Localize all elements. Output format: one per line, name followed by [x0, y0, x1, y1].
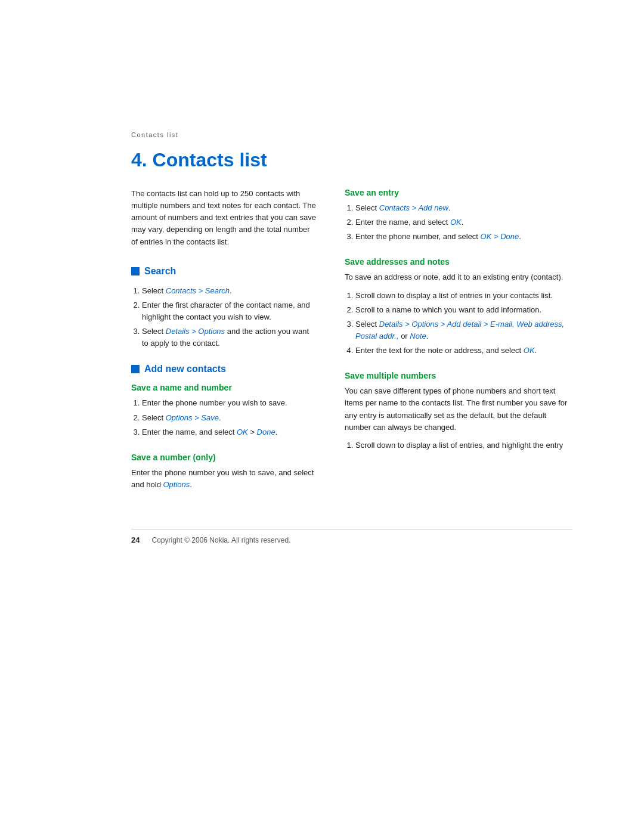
save-multiple-list: Scroll down to display a list of entries…: [355, 439, 572, 451]
list-item: Enter the first character of the contact…: [142, 299, 316, 323]
two-column-layout: The contacts list can hold up to 250 con…: [131, 188, 572, 505]
list-item: Select Details > Options and the action …: [142, 326, 316, 349]
search-section: Search Select Contacts > Search. Enter t…: [131, 266, 316, 350]
search-steps-list: Select Contacts > Search. Enter the firs…: [142, 285, 316, 350]
save-entry-block: Save an entry Select Contacts > Add new.…: [345, 188, 572, 243]
save-entry-list: Select Contacts > Add new. Enter the nam…: [355, 202, 572, 243]
ok-done-link: OK: [237, 428, 248, 436]
details-options-add-link: Details > Options > Add detail > E-mail,…: [355, 320, 564, 340]
list-item: Scroll down to display a list of entries…: [355, 439, 572, 451]
save-name-number-heading: Save a name and number: [131, 383, 316, 392]
search-heading-label: Search: [144, 266, 176, 277]
save-multiple-intro: You can save different types of phone nu…: [345, 385, 572, 433]
search-link-1: Contacts > Search: [166, 286, 230, 295]
page: Contacts list 4. Contacts list The conta…: [0, 0, 644, 833]
note-link: Note: [410, 332, 426, 340]
options-save-link: Options > Save: [166, 413, 219, 422]
save-addresses-intro: To save an address or note, add it to an…: [345, 271, 572, 283]
save-entry-heading: Save an entry: [345, 188, 572, 197]
list-item: Select Contacts > Add new.: [355, 202, 572, 214]
save-number-only-text: Enter the phone number you wish to save,…: [131, 467, 316, 491]
list-item: Select Options > Save.: [142, 412, 316, 424]
list-item: Enter the name, and select OK.: [355, 216, 572, 228]
list-item: Select Contacts > Search.: [142, 285, 316, 297]
intro-text: The contacts list can hold up to 250 con…: [131, 188, 316, 248]
save-name-number-list: Enter the phone number you wish to save.…: [142, 397, 316, 438]
search-heading: Search: [131, 266, 316, 277]
left-column: The contacts list can hold up to 250 con…: [131, 188, 316, 505]
ok-done-link-2: OK > Done: [481, 232, 519, 241]
save-number-only-block: Save a number (only) Enter the phone num…: [131, 453, 316, 491]
add-new-contacts-section: Add new contacts Save a name and number …: [131, 364, 316, 491]
page-title: 4. Contacts list: [131, 149, 572, 171]
save-multiple-block: Save multiple numbers You can save diffe…: [345, 371, 572, 451]
add-new-square-icon: [131, 365, 140, 373]
save-name-number-block: Save a name and number Enter the phone n…: [131, 383, 316, 438]
save-addresses-heading: Save addresses and notes: [345, 257, 572, 267]
contacts-add-new-link: Contacts > Add new: [379, 203, 448, 212]
add-new-contacts-heading: Add new contacts: [131, 364, 316, 374]
options-link: Options: [163, 480, 190, 489]
save-addresses-list: Scroll down to display a list of entries…: [355, 290, 572, 357]
list-item: Enter the name, and select OK > Done.: [142, 426, 316, 438]
list-item: Enter the phone number, and select OK > …: [355, 231, 572, 243]
search-link-3: Details > Options: [166, 327, 225, 336]
list-item: Scroll down to display a list of entries…: [355, 290, 572, 302]
right-column: Save an entry Select Contacts > Add new.…: [345, 188, 572, 505]
footer-page-number: 24: [131, 535, 140, 544]
save-number-only-heading: Save a number (only): [131, 453, 316, 462]
search-square-icon: [131, 267, 140, 275]
list-item: Enter the text for the note or address, …: [355, 345, 572, 357]
list-item: Enter the phone number you wish to save.: [142, 397, 316, 409]
ok-link-2: OK: [450, 218, 462, 227]
save-addresses-block: Save addresses and notes To save an addr…: [345, 257, 572, 357]
footer-copyright: Copyright © 2006 Nokia. All rights reser…: [151, 536, 290, 544]
footer: 24 Copyright © 2006 Nokia. All rights re…: [131, 529, 572, 544]
ok-link-3: OK: [524, 346, 535, 355]
add-new-contacts-label: Add new contacts: [144, 364, 226, 374]
breadcrumb: Contacts list: [131, 131, 572, 138]
done-link: Done: [257, 428, 275, 436]
list-item: Select Details > Options > Add detail > …: [355, 318, 572, 342]
list-item: Scroll to a name to which you want to ad…: [355, 304, 572, 316]
save-multiple-heading: Save multiple numbers: [345, 371, 572, 380]
